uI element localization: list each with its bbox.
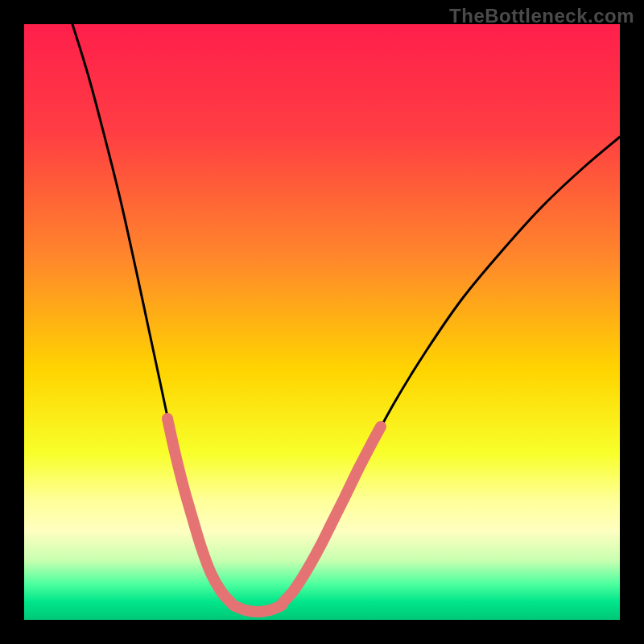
chart-frame: TheBottleneck.com [0, 0, 644, 644]
watermark-text: TheBottleneck.com [449, 5, 634, 27]
plot-area [24, 24, 620, 620]
series-highlight-bottom [233, 605, 282, 612]
chart-svg [24, 24, 620, 620]
